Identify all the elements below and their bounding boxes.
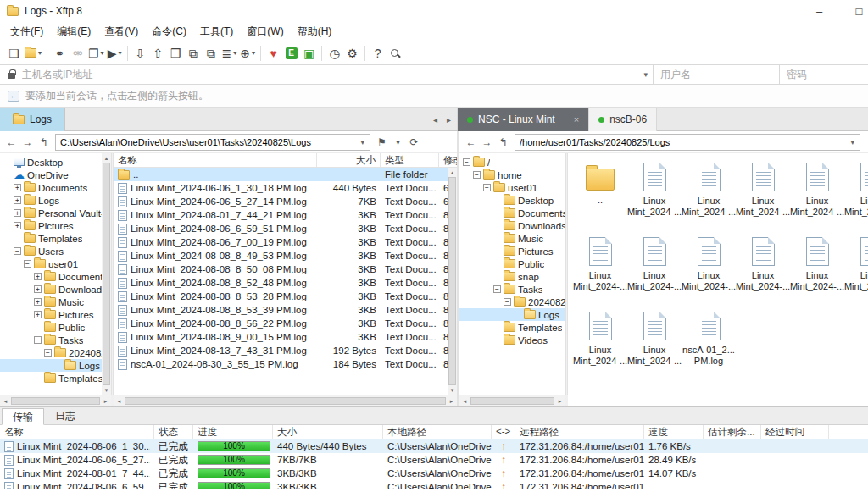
remote-tree-item-8[interactable]: Public <box>459 257 565 270</box>
expander-icon[interactable]: − <box>463 158 470 166</box>
remote-file-6[interactable]: Linux Mint_2024-... <box>573 235 627 309</box>
remote-file-10[interactable]: Linux Mint_2024-... <box>790 235 844 309</box>
local-tree-item-5[interactable]: +Pictures <box>0 219 111 232</box>
file-row-3[interactable]: Linux Mint_2024-08-01_7_44_21 PM.log3KBT… <box>114 208 457 222</box>
remote-tree-item-3[interactable]: Desktop <box>459 194 565 207</box>
sync-browsing-button[interactable]: ❒ <box>167 43 185 64</box>
expander-icon[interactable]: − <box>483 184 491 191</box>
remote-bookmark-icon[interactable]: ⚑ <box>865 134 868 151</box>
transfer-row-1[interactable]: Linux Mint_2024-06-06_5_27...已完成100%7KB/… <box>0 453 868 467</box>
file-row-2[interactable]: Linux Mint_2024-06-06_5_27_14 PM.log7KBT… <box>114 195 457 208</box>
menu-item-1[interactable]: 编辑(E) <box>50 23 97 41</box>
new-session-button[interactable]: ❏ <box>5 43 23 64</box>
local-tree-item-14[interactable]: −Tasks <box>0 334 111 346</box>
local-tree-item-9[interactable]: +Documents <box>0 270 111 283</box>
expander-icon[interactable]: − <box>493 285 501 293</box>
tab-scroll-left-icon[interactable]: ◂ <box>433 115 437 124</box>
remote-file-11[interactable]: Linux Mint_2024-... <box>844 235 868 309</box>
tab-scroll-right-icon[interactable]: ▸ <box>447 115 451 124</box>
minimize-button[interactable]: – <box>799 0 839 22</box>
transfer-row-3[interactable]: Linux Mint_2024-08-06_6_59...已完成100%3KB/… <box>0 480 868 489</box>
remote-file-2[interactable]: Linux Mint_2024-... <box>682 160 736 235</box>
local-tree-item-12[interactable]: +Pictures <box>0 308 111 321</box>
username-input[interactable] <box>654 66 779 83</box>
encoding-globe-button[interactable]: ⊕▾ <box>238 43 257 64</box>
column-header-2[interactable]: 类型 <box>381 153 439 167</box>
scroll-right-icon[interactable]: ▸ <box>554 395 565 406</box>
remote-tree-item-7[interactable]: Pictures <box>459 245 565 257</box>
local-tree-item-2[interactable]: +Documents <box>0 181 111 194</box>
file-row-14[interactable]: nscA-01_2024-08-30_3_55_15 PM.log184 Byt… <box>114 357 457 371</box>
expander-icon[interactable]: − <box>34 336 42 344</box>
file-row-13[interactable]: Linux Mint_2024-08-13_7_43_31 PM.log192 … <box>114 344 457 357</box>
expander-icon[interactable]: − <box>504 298 511 306</box>
remote-file-9[interactable]: Linux Mint_2024-... <box>736 235 790 309</box>
transfer-column-8[interactable]: 估计剩余... <box>704 425 761 439</box>
file-row-7[interactable]: Linux Mint_2024-08-08_8_50_08 PM.log3KBT… <box>114 263 457 276</box>
file-row-11[interactable]: Linux Mint_2024-08-08_8_56_22 PM.log3KBT… <box>114 317 457 330</box>
scroll-up-icon[interactable]: ▴ <box>102 153 111 163</box>
remote-forward-button[interactable]: → <box>480 134 494 151</box>
menu-item-0[interactable]: 文件(F) <box>3 23 50 41</box>
expander-icon[interactable]: + <box>14 196 21 204</box>
local-path-input[interactable] <box>56 137 355 147</box>
run-button[interactable]: ▶▾ <box>106 43 124 64</box>
local-tree-item-8[interactable]: −user01 <box>0 257 111 270</box>
local-tree-item-6[interactable]: Templates <box>0 232 111 245</box>
remote-tree-item-0[interactable]: −/ <box>459 156 565 169</box>
local-forward-button[interactable]: → <box>20 134 35 151</box>
remote-tree-item-9[interactable]: snap <box>459 270 565 283</box>
file-row-12[interactable]: Linux Mint_2024-08-08_9_00_15 PM.log3KBT… <box>114 330 457 344</box>
menu-item-5[interactable]: 窗口(W) <box>240 23 290 41</box>
remote-file-1[interactable]: Linux Mint_2024-... <box>627 160 682 235</box>
file-row-8[interactable]: Linux Mint_2024-08-08_8_52_48 PM.log3KBT… <box>114 276 457 290</box>
remote-file-5[interactable]: Linux Mint_2024-... <box>844 160 868 235</box>
view-mode-button[interactable]: ≣▾ <box>220 43 239 64</box>
local-tab-logs[interactable]: Logs <box>0 108 65 131</box>
host-input[interactable] <box>22 66 638 83</box>
transfer-row-2[interactable]: Linux Mint_2024-08-01_7_44...已完成100%3KB/… <box>0 467 868 480</box>
scrollbar-thumb[interactable] <box>11 397 100 405</box>
scroll-right-icon[interactable]: ▸ <box>446 395 457 406</box>
transfer-column-0[interactable]: 名称 <box>0 425 154 439</box>
local-tree-item-10[interactable]: +Downloads <box>0 283 111 296</box>
expander-icon[interactable]: + <box>34 285 42 293</box>
local-list-scrollbar[interactable]: ▴ ▾ <box>448 168 457 395</box>
menu-item-3[interactable]: 命令(C) <box>145 23 193 41</box>
expander-icon[interactable]: + <box>14 222 21 229</box>
password-input[interactable] <box>780 66 868 83</box>
remote-tree-item-10[interactable]: −Tasks <box>459 283 565 296</box>
xftp-button[interactable]: E <box>282 43 300 64</box>
remote-tree-item-14[interactable]: Videos <box>459 334 565 346</box>
scrollbar-thumb[interactable] <box>448 177 456 385</box>
host-dropdown-icon[interactable]: ▾ <box>638 70 653 79</box>
remote-tree-item-11[interactable]: −20240825 <box>459 296 565 308</box>
scroll-left-icon[interactable]: ◂ <box>114 395 125 406</box>
menu-item-4[interactable]: 工具(T) <box>193 23 240 41</box>
new-window-button[interactable]: ❐▾ <box>86 43 106 64</box>
maximize-button[interactable]: □ <box>839 0 868 22</box>
remote-tree-item-4[interactable]: Documents <box>459 207 565 219</box>
local-tree-item-1[interactable]: ☁OneDrive <box>0 169 111 181</box>
expander-icon[interactable]: + <box>34 298 42 306</box>
remote-path-dropdown-icon[interactable]: ▾ <box>845 138 860 146</box>
remote-tree-item-13[interactable]: Templates <box>459 321 565 334</box>
scroll-down-icon[interactable]: ▾ <box>448 385 457 395</box>
file-row-9[interactable]: Linux Mint_2024-08-08_8_53_28 PM.log3KBT… <box>114 290 457 303</box>
transfer-column-2[interactable]: 进度 <box>193 425 273 439</box>
column-header-0[interactable]: 名称 <box>114 153 317 167</box>
column-header-1[interactable]: 大小 <box>317 153 381 167</box>
upload-button[interactable]: ⇧ <box>149 43 167 64</box>
options-gear-button[interactable]: ⚙ <box>343 43 361 64</box>
local-tree-item-16[interactable]: Logs <box>0 359 111 372</box>
local-bookmark-icon[interactable]: ⚑ <box>375 134 389 151</box>
transfer-column-1[interactable]: 状态 <box>154 425 193 439</box>
remote-tree-item-1[interactable]: −home <box>459 169 565 181</box>
duplicate-button[interactable]: ⧉ <box>203 43 220 64</box>
scrollbar-thumb[interactable] <box>470 397 554 405</box>
remote-file-7[interactable]: Linux Mint_2024-... <box>627 235 682 309</box>
remote-tree-item-6[interactable]: Music <box>459 232 565 245</box>
encoding-globe-dropdown-icon[interactable]: ▾ <box>252 49 255 57</box>
menu-item-6[interactable]: 帮助(H) <box>291 23 339 41</box>
remote-tree-item-2[interactable]: −user01 <box>459 181 565 194</box>
